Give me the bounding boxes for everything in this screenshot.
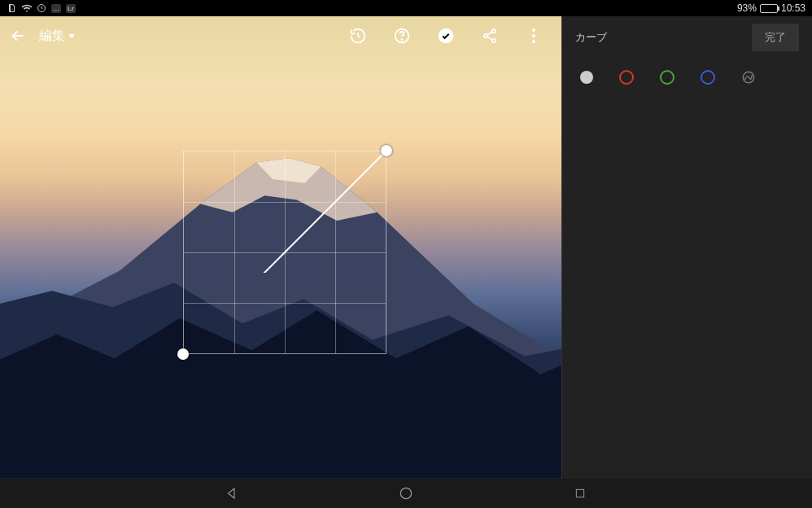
panel-header: カーブ 完了: [562, 16, 812, 59]
svg-point-3: [401, 39, 402, 40]
chevron-down-icon: [68, 34, 75, 38]
status-left: … Lr: [7, 2, 76, 14]
nav-recent-button[interactable]: [570, 484, 590, 503]
back-button[interactable]: [7, 24, 29, 47]
photo-canvas[interactable]: 編集: [0, 16, 561, 479]
svg-point-6: [484, 34, 487, 37]
status-right: 93% 10:53: [737, 2, 805, 14]
svg-point-7: [492, 39, 495, 42]
panel-title: カーブ: [575, 30, 607, 45]
svg-rect-11: [576, 489, 583, 497]
curve-side-panel: カーブ 完了: [561, 16, 812, 479]
help-button[interactable]: [391, 24, 413, 47]
curve-point-shadow[interactable]: [177, 348, 189, 360]
sim-icon: [7, 2, 18, 14]
overflow-dots-icon: [532, 28, 535, 43]
tone-curve-overlay[interactable]: [183, 151, 386, 354]
lightroom-badge-icon: Lr: [65, 2, 76, 14]
app-badge-icon: …: [50, 2, 62, 14]
battery-icon: [760, 4, 778, 13]
svg-point-10: [400, 488, 411, 498]
app-body: 編集: [0, 16, 812, 479]
done-button[interactable]: 完了: [752, 24, 799, 51]
channel-parametric[interactable]: [741, 70, 756, 85]
svg-point-5: [492, 29, 495, 33]
channel-blue[interactable]: [701, 70, 715, 85]
nav-home-button[interactable]: [396, 484, 416, 503]
android-nav-bar: [0, 479, 812, 508]
svg-line-8: [183, 151, 386, 273]
channel-selector-row: [562, 59, 812, 96]
sync-icon: [36, 2, 47, 14]
curve-point-highlight[interactable]: [381, 145, 392, 156]
channel-green[interactable]: [660, 70, 674, 85]
status-bar: … Lr 93% 10:53: [0, 0, 812, 16]
edit-mode-label: 編集: [39, 28, 65, 45]
history-button[interactable]: [347, 24, 369, 47]
editor-toolbar: 編集: [0, 16, 561, 55]
svg-point-0: [12, 9, 13, 10]
apply-button[interactable]: [434, 24, 457, 47]
battery-percent: 93%: [737, 2, 757, 14]
share-button[interactable]: [478, 24, 501, 47]
curve-line: [183, 151, 427, 273]
channel-luminance[interactable]: [580, 71, 593, 84]
edit-mode-dropdown[interactable]: 編集: [39, 28, 75, 45]
wifi-icon: [21, 2, 33, 14]
channel-red[interactable]: [619, 70, 634, 85]
nav-back-button[interactable]: [222, 484, 242, 503]
clock: 10:53: [781, 2, 805, 14]
overflow-menu-button[interactable]: [522, 24, 545, 47]
